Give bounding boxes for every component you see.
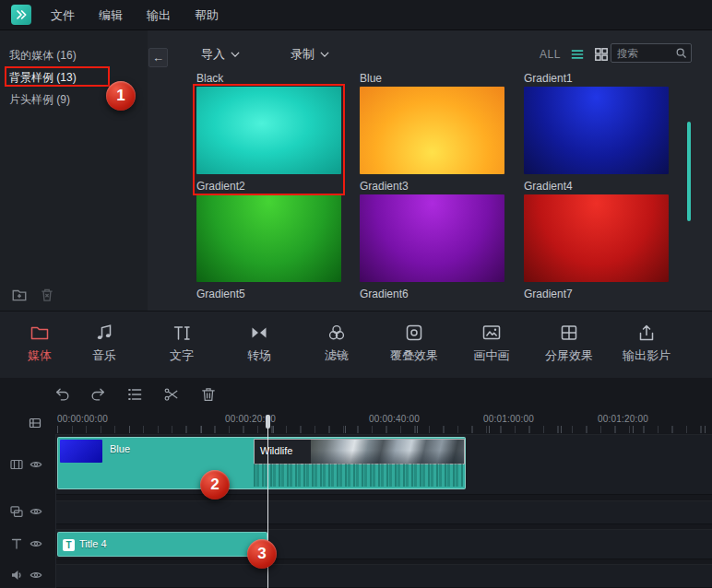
title-clip[interactable]: T Title 4 bbox=[57, 532, 267, 557]
tab-text[interactable]: 文字 bbox=[143, 312, 220, 379]
tab-label: 分屏效果 bbox=[545, 347, 593, 364]
tab-label: 画中画 bbox=[474, 347, 510, 364]
grid-view-icon[interactable] bbox=[593, 46, 610, 63]
video-track-icon bbox=[9, 457, 24, 472]
import-button[interactable]: 导入 bbox=[201, 44, 240, 65]
app-logo-icon bbox=[11, 5, 31, 25]
transition-icon bbox=[248, 322, 270, 344]
media-thumbnail[interactable] bbox=[196, 194, 341, 282]
menu-help[interactable]: 帮助 bbox=[183, 0, 231, 30]
timeline-ruler[interactable] bbox=[57, 426, 712, 433]
ruler-timestamp: 00:01:20:00 bbox=[598, 414, 648, 424]
media-item-label-black: Black bbox=[196, 72, 223, 85]
chevron-down-icon bbox=[320, 52, 329, 57]
track-list-icon[interactable] bbox=[125, 385, 144, 404]
menu-edit[interactable]: 编辑 bbox=[87, 0, 135, 30]
highlight-box-background-samples bbox=[5, 66, 110, 87]
tab-label: 输出影片 bbox=[623, 347, 670, 364]
menu-export[interactable]: 输出 bbox=[135, 0, 183, 30]
text-track-icon bbox=[9, 536, 24, 551]
media-item-label-blue: Blue bbox=[360, 72, 382, 85]
media-item-label: Gradient5 bbox=[196, 288, 341, 300]
export-icon bbox=[635, 322, 658, 344]
title-badge-icon: T bbox=[63, 539, 75, 551]
filter-circles-icon bbox=[326, 322, 348, 344]
scrollbar-thumb[interactable] bbox=[687, 122, 691, 221]
delete-trash-icon[interactable] bbox=[199, 385, 218, 404]
eye-visibility-icon[interactable] bbox=[29, 536, 43, 551]
redo-icon[interactable] bbox=[89, 385, 107, 404]
text-icon bbox=[171, 322, 193, 344]
media-item-gradient4[interactable]: Gradient4 bbox=[524, 87, 669, 193]
media-item-label: Gradient6 bbox=[360, 288, 504, 300]
mute-toggle-icon[interactable] bbox=[29, 568, 43, 582]
media-thumbnail[interactable] bbox=[524, 87, 669, 174]
tab-split-screen[interactable]: 分屏效果 bbox=[530, 312, 608, 379]
track-header-divider bbox=[55, 434, 56, 588]
delete-media-icon[interactable] bbox=[39, 287, 55, 303]
list-view-icon[interactable] bbox=[569, 46, 586, 63]
clip-label-title: Title 4 bbox=[79, 538, 107, 549]
tab-label: 滤镜 bbox=[325, 347, 349, 364]
record-button[interactable]: 录制 bbox=[291, 44, 329, 65]
new-folder-icon[interactable] bbox=[11, 287, 28, 303]
search-icon bbox=[675, 47, 688, 60]
pip-track-lane[interactable] bbox=[56, 500, 712, 524]
eye-visibility-icon[interactable] bbox=[29, 504, 43, 519]
picture-in-picture-icon bbox=[481, 322, 503, 344]
media-item-label: Gradient4 bbox=[524, 180, 669, 193]
music-note-icon bbox=[93, 322, 115, 344]
media-item-gradient5[interactable]: Gradient5 bbox=[196, 194, 341, 300]
media-thumbnail[interactable] bbox=[524, 194, 669, 282]
clip-label-blue: Blue bbox=[110, 443, 130, 454]
pip-track-icon bbox=[9, 504, 24, 519]
menu-list: 文件 编辑 输出 帮助 bbox=[39, 0, 231, 30]
tab-label: 文字 bbox=[170, 347, 194, 364]
media-item-gradient6[interactable]: Gradient6 bbox=[360, 194, 504, 300]
tab-transition[interactable]: 转场 bbox=[220, 312, 298, 379]
tab-music[interactable]: 音乐 bbox=[65, 312, 143, 379]
import-label: 导入 bbox=[201, 46, 225, 63]
audio-waveform bbox=[254, 464, 463, 487]
record-label: 录制 bbox=[291, 46, 314, 63]
eye-visibility-icon[interactable] bbox=[29, 457, 43, 472]
media-item-gradient7[interactable]: Gradient7 bbox=[524, 194, 669, 300]
sidebar-item-my-media[interactable]: 我的媒体 (16) bbox=[0, 44, 148, 66]
clip-label-wildlife: Wildlife bbox=[260, 445, 292, 456]
tab-filter[interactable]: 滤镜 bbox=[298, 312, 375, 379]
filter-all-label[interactable]: ALL bbox=[540, 48, 561, 61]
ruler-timestamp: 00:00:00:00 bbox=[57, 414, 108, 424]
split-screen-icon bbox=[558, 322, 580, 344]
tab-export-movie[interactable]: 输出影片 bbox=[608, 312, 685, 379]
timeline-panel: 00:00:00:00 00:00:20:00 00:00:40:00 00:0… bbox=[0, 378, 712, 588]
wildlife-clip[interactable]: Wildlife bbox=[254, 439, 465, 465]
audio-track-lane[interactable] bbox=[56, 564, 712, 588]
tab-label: 覆叠效果 bbox=[390, 347, 438, 364]
chevron-down-icon bbox=[231, 52, 240, 57]
annotation-step-1: 1 bbox=[106, 81, 136, 111]
media-item-gradient3[interactable]: Gradient3 bbox=[360, 87, 504, 193]
annotation-step-2: 2 bbox=[200, 470, 230, 500]
search-box[interactable] bbox=[611, 43, 692, 63]
highlight-box-gradient2 bbox=[193, 84, 345, 195]
track-manage-icon[interactable] bbox=[28, 416, 42, 430]
tab-pip[interactable]: 画中画 bbox=[453, 312, 530, 379]
media-item-label-gradient1: Gradient1 bbox=[524, 72, 573, 85]
scissors-cut-icon[interactable] bbox=[162, 385, 181, 404]
tab-label: 媒体 bbox=[28, 347, 52, 364]
playhead-handle[interactable] bbox=[266, 415, 270, 429]
tab-label: 音乐 bbox=[92, 347, 116, 364]
undo-icon[interactable] bbox=[53, 385, 72, 404]
video-clip-group[interactable]: Blue Wildlife bbox=[57, 437, 466, 489]
wildlife-thumbnails bbox=[311, 440, 464, 464]
media-thumbnail[interactable] bbox=[360, 194, 504, 282]
menu-file[interactable]: 文件 bbox=[39, 0, 87, 30]
filmora-window: 文件 编辑 输出 帮助 我的媒体 (16) 背景样例 (13) 片头样例 (9)… bbox=[0, 0, 712, 588]
blue-clip-thumbnail[interactable] bbox=[60, 440, 102, 463]
media-thumbnail[interactable] bbox=[360, 87, 504, 174]
tab-overlay[interactable]: 覆叠效果 bbox=[375, 312, 453, 379]
media-folder-icon bbox=[29, 322, 51, 344]
ruler-timestamp: 00:01:00:00 bbox=[483, 414, 534, 424]
collapse-panel-button[interactable]: ← bbox=[148, 48, 168, 67]
media-item-label: Gradient7 bbox=[524, 288, 669, 300]
